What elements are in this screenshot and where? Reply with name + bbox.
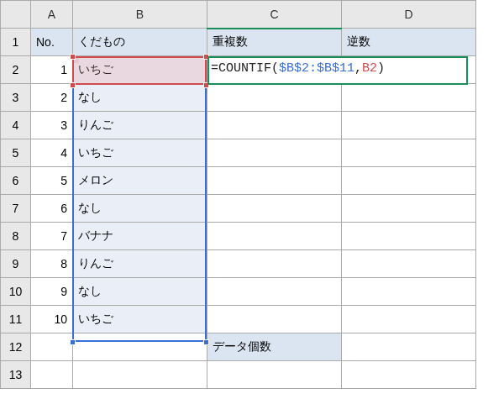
cell-C9[interactable]: [207, 250, 342, 278]
row-header[interactable]: 9: [1, 250, 31, 278]
cell-C11[interactable]: [207, 306, 342, 333]
cell-D4[interactable]: [342, 112, 476, 139]
cell-C1[interactable]: 重複数: [207, 29, 342, 56]
col-header-C[interactable]: C: [207, 1, 342, 29]
col-header-B[interactable]: B: [73, 1, 207, 29]
cell-C6[interactable]: [207, 167, 342, 195]
formula-ref: B2: [362, 61, 377, 76]
table-row: 10 9 なし: [1, 278, 476, 306]
cell-B9[interactable]: りんご: [73, 250, 207, 278]
row-header[interactable]: 7: [1, 195, 31, 223]
cell-B12[interactable]: [73, 333, 207, 361]
cell-B6[interactable]: メロン: [73, 167, 207, 195]
cell-D11[interactable]: [342, 306, 476, 333]
row-header[interactable]: 11: [1, 306, 31, 333]
table-row: 6 5 メロン: [1, 167, 476, 195]
cell-A3[interactable]: 2: [31, 84, 73, 112]
table-row: 9 8 りんご: [1, 250, 476, 278]
table-row: 7 6 なし: [1, 195, 476, 223]
cell-B1[interactable]: くだもの: [73, 29, 207, 56]
cell-B7[interactable]: なし: [73, 195, 207, 223]
cell-B5[interactable]: いちご: [73, 139, 207, 167]
row-header[interactable]: 4: [1, 112, 31, 139]
row-header[interactable]: 12: [1, 333, 31, 361]
formula-paren-close: ): [377, 61, 385, 76]
cell-C5[interactable]: [207, 139, 342, 167]
cell-C8[interactable]: [207, 223, 342, 250]
row-header[interactable]: 10: [1, 278, 31, 306]
cell-B4[interactable]: りんご: [73, 112, 207, 139]
cell-B10[interactable]: なし: [73, 278, 207, 306]
cell-C13[interactable]: [207, 361, 342, 389]
cell-D13[interactable]: [342, 361, 476, 389]
cell-C7[interactable]: [207, 195, 342, 223]
cell-C3[interactable]: [207, 84, 342, 112]
cell-B2[interactable]: いちご: [73, 56, 207, 84]
cell-A7[interactable]: 6: [31, 195, 73, 223]
cell-B8[interactable]: バナナ: [73, 223, 207, 250]
formula-paren-open: (: [271, 61, 279, 76]
table-row: 4 3 りんご: [1, 112, 476, 139]
cell-B13[interactable]: [73, 361, 207, 389]
range-handle[interactable]: [70, 82, 76, 88]
row-header[interactable]: 1: [1, 29, 31, 56]
row-header[interactable]: 8: [1, 223, 31, 250]
select-all-corner[interactable]: [1, 1, 31, 29]
cell-D3[interactable]: [342, 84, 476, 112]
formula-edit[interactable]: =COUNTIF($B$2:$B$11,B2): [207, 56, 468, 85]
range-handle[interactable]: [203, 339, 209, 345]
cell-A10[interactable]: 9: [31, 278, 73, 306]
row-header[interactable]: 6: [1, 167, 31, 195]
table-row: 11 10 いちご: [1, 306, 476, 333]
range-handle[interactable]: [70, 54, 76, 60]
cell-A12[interactable]: [31, 333, 73, 361]
column-header-row: A B C D: [1, 1, 476, 29]
cell-A6[interactable]: 5: [31, 167, 73, 195]
row-header[interactable]: 3: [1, 84, 31, 112]
cell-D1[interactable]: 逆数: [342, 29, 476, 56]
cell-A4[interactable]: 3: [31, 112, 73, 139]
cell-A9[interactable]: 8: [31, 250, 73, 278]
cell-A8[interactable]: 7: [31, 223, 73, 250]
table-row: 12 データ個数: [1, 333, 476, 361]
cell-D6[interactable]: [342, 167, 476, 195]
cell-C12[interactable]: データ個数: [207, 333, 342, 361]
formula-comma: ,: [354, 61, 362, 76]
table-row: 13: [1, 361, 476, 389]
cell-D12[interactable]: [342, 333, 476, 361]
table-row: 8 7 バナナ: [1, 223, 476, 250]
table-row: 1 No. くだもの 重複数 逆数: [1, 29, 476, 56]
cell-B3[interactable]: なし: [73, 84, 207, 112]
formula-function: =COUNTIF: [211, 61, 271, 76]
cell-D7[interactable]: [342, 195, 476, 223]
row-header[interactable]: 13: [1, 361, 31, 389]
cell-D8[interactable]: [342, 223, 476, 250]
formula-range: $B$2:$B$11: [279, 61, 354, 76]
col-header-D[interactable]: D: [342, 1, 476, 29]
cell-B11[interactable]: いちご: [73, 306, 207, 333]
cell-A2[interactable]: 1: [31, 56, 73, 84]
cell-C4[interactable]: [207, 112, 342, 139]
cell-A5[interactable]: 4: [31, 139, 73, 167]
cell-A13[interactable]: [31, 361, 73, 389]
cell-A11[interactable]: 10: [31, 306, 73, 333]
cell-A1[interactable]: No.: [31, 29, 73, 56]
row-header[interactable]: 2: [1, 56, 31, 84]
cell-C10[interactable]: [207, 278, 342, 306]
cell-D9[interactable]: [342, 250, 476, 278]
range-handle[interactable]: [70, 339, 76, 345]
cell-D10[interactable]: [342, 278, 476, 306]
col-header-A[interactable]: A: [31, 1, 73, 29]
row-header[interactable]: 5: [1, 139, 31, 167]
spreadsheet[interactable]: A B C D 1 No. くだもの 重複数 逆数 2 1 いちご 3 2 なし…: [0, 0, 504, 389]
cell-D5[interactable]: [342, 139, 476, 167]
table-row: 5 4 いちご: [1, 139, 476, 167]
